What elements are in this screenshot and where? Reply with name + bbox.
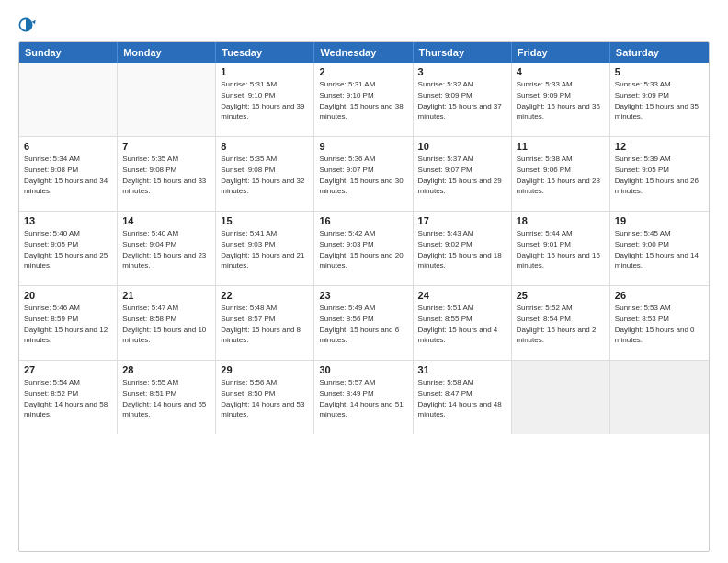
day-number: 6 [24,141,112,152]
calendar-header: SundayMondayTuesdayWednesdayThursdayFrid… [19,42,709,63]
calendar-cell: 21 Sunrise: 5:47 AMSunset: 8:58 PMDaylig… [118,286,216,360]
day-number: 11 [517,141,605,152]
day-number: 8 [221,141,309,152]
calendar-cell: 29 Sunrise: 5:56 AMSunset: 8:50 PMDaylig… [216,361,314,434]
calendar-cell: 8 Sunrise: 5:35 AMSunset: 9:08 PMDayligh… [216,137,314,211]
calendar-cell: 13 Sunrise: 5:40 AMSunset: 9:05 PMDaylig… [19,212,118,285]
header-day-wednesday: Wednesday [314,42,413,63]
header-day-thursday: Thursday [414,42,512,63]
calendar-cell [19,63,118,136]
header-day-sunday: Sunday [19,42,118,63]
cell-info: Sunrise: 5:31 AMSunset: 9:10 PMDaylight:… [221,80,304,121]
calendar-cell: 28 Sunrise: 5:55 AMSunset: 8:51 PMDaylig… [118,361,216,434]
cell-info: Sunrise: 5:51 AMSunset: 8:55 PMDaylight:… [418,304,498,344]
cell-info: Sunrise: 5:43 AMSunset: 9:02 PMDaylight:… [418,229,502,270]
day-number: 20 [24,290,112,301]
cell-info: Sunrise: 5:49 AMSunset: 8:56 PMDaylight:… [319,304,399,344]
calendar-cell: 24 Sunrise: 5:51 AMSunset: 8:55 PMDaylig… [414,286,512,360]
day-number: 21 [122,290,210,301]
cell-info: Sunrise: 5:42 AMSunset: 9:03 PMDaylight:… [319,229,403,270]
calendar-cell [118,63,216,136]
calendar-cell: 27 Sunrise: 5:54 AMSunset: 8:52 PMDaylig… [19,361,118,434]
calendar-cell: 5 Sunrise: 5:33 AMSunset: 9:09 PMDayligh… [610,63,709,136]
cell-info: Sunrise: 5:36 AMSunset: 9:07 PMDaylight:… [319,155,403,195]
day-number: 16 [319,215,407,226]
logo-icon [18,16,37,34]
day-number: 4 [517,66,605,77]
cell-info: Sunrise: 5:53 AMSunset: 8:53 PMDaylight:… [615,304,695,344]
cell-info: Sunrise: 5:44 AMSunset: 9:01 PMDaylight:… [517,229,600,270]
cell-info: Sunrise: 5:52 AMSunset: 8:54 PMDaylight:… [517,304,597,344]
day-number: 30 [319,364,407,375]
calendar-cell: 31 Sunrise: 5:58 AMSunset: 8:47 PMDaylig… [414,361,512,434]
calendar-cell: 22 Sunrise: 5:48 AMSunset: 8:57 PMDaylig… [216,286,314,360]
cell-info: Sunrise: 5:56 AMSunset: 8:50 PMDaylight:… [221,378,304,419]
day-number: 2 [319,66,407,77]
calendar-cell: 1 Sunrise: 5:31 AMSunset: 9:10 PMDayligh… [216,63,314,136]
cell-info: Sunrise: 5:32 AMSunset: 9:09 PMDaylight:… [418,80,502,121]
calendar: SundayMondayTuesdayWednesdayThursdayFrid… [18,41,710,552]
cell-info: Sunrise: 5:55 AMSunset: 8:51 PMDaylight:… [122,378,206,419]
cell-info: Sunrise: 5:35 AMSunset: 9:08 PMDaylight:… [221,155,304,195]
cell-info: Sunrise: 5:33 AMSunset: 9:09 PMDaylight:… [615,80,699,121]
calendar-cell: 3 Sunrise: 5:32 AMSunset: 9:09 PMDayligh… [414,63,512,136]
cell-info: Sunrise: 5:48 AMSunset: 8:57 PMDaylight:… [221,304,301,344]
calendar-cell: 6 Sunrise: 5:34 AMSunset: 9:08 PMDayligh… [19,137,118,211]
header-day-tuesday: Tuesday [216,42,314,63]
calendar-cell: 19 Sunrise: 5:45 AMSunset: 9:00 PMDaylig… [610,212,709,285]
day-number: 19 [615,215,704,226]
cell-info: Sunrise: 5:45 AMSunset: 9:00 PMDaylight:… [615,229,699,270]
logo [18,15,40,34]
day-number: 5 [615,66,704,77]
day-number: 24 [418,290,506,301]
cell-info: Sunrise: 5:47 AMSunset: 8:58 PMDaylight:… [122,304,206,344]
calendar-cell: 26 Sunrise: 5:53 AMSunset: 8:53 PMDaylig… [610,286,709,360]
day-number: 29 [221,364,309,375]
calendar-week-4: 20 Sunrise: 5:46 AMSunset: 8:59 PMDaylig… [19,286,709,361]
calendar-cell: 30 Sunrise: 5:57 AMSunset: 8:49 PMDaylig… [314,361,413,434]
day-number: 31 [418,364,506,375]
calendar-cell: 14 Sunrise: 5:40 AMSunset: 9:04 PMDaylig… [118,212,216,285]
calendar-cell: 20 Sunrise: 5:46 AMSunset: 8:59 PMDaylig… [19,286,118,360]
day-number: 13 [24,215,112,226]
cell-info: Sunrise: 5:33 AMSunset: 9:09 PMDaylight:… [517,80,600,121]
cell-info: Sunrise: 5:54 AMSunset: 8:52 PMDaylight:… [24,378,108,419]
cell-info: Sunrise: 5:37 AMSunset: 9:07 PMDaylight:… [418,155,502,195]
calendar-cell: 12 Sunrise: 5:39 AMSunset: 9:05 PMDaylig… [610,137,709,211]
cell-info: Sunrise: 5:40 AMSunset: 9:04 PMDaylight:… [122,229,206,270]
day-number: 10 [418,141,506,152]
calendar-week-1: 1 Sunrise: 5:31 AMSunset: 9:10 PMDayligh… [19,63,709,137]
calendar-cell: 16 Sunrise: 5:42 AMSunset: 9:03 PMDaylig… [314,212,413,285]
day-number: 27 [24,364,112,375]
calendar-cell: 9 Sunrise: 5:36 AMSunset: 9:07 PMDayligh… [314,137,413,211]
day-number: 23 [319,290,407,301]
calendar-cell: 11 Sunrise: 5:38 AMSunset: 9:06 PMDaylig… [512,137,610,211]
calendar-cell [610,361,709,434]
calendar-week-2: 6 Sunrise: 5:34 AMSunset: 9:08 PMDayligh… [19,137,709,212]
cell-info: Sunrise: 5:39 AMSunset: 9:05 PMDaylight:… [615,155,699,195]
header-day-monday: Monday [118,42,216,63]
header [18,15,710,34]
cell-info: Sunrise: 5:58 AMSunset: 8:47 PMDaylight:… [418,378,502,419]
cell-info: Sunrise: 5:34 AMSunset: 9:08 PMDaylight:… [24,155,108,195]
header-day-saturday: Saturday [610,42,709,63]
page: SundayMondayTuesdayWednesdayThursdayFrid… [0,0,728,563]
day-number: 9 [319,141,407,152]
calendar-cell: 4 Sunrise: 5:33 AMSunset: 9:09 PMDayligh… [512,63,610,136]
calendar-cell: 10 Sunrise: 5:37 AMSunset: 9:07 PMDaylig… [414,137,512,211]
day-number: 17 [418,215,506,226]
day-number: 3 [418,66,506,77]
calendar-week-3: 13 Sunrise: 5:40 AMSunset: 9:05 PMDaylig… [19,212,709,286]
calendar-cell: 2 Sunrise: 5:31 AMSunset: 9:10 PMDayligh… [314,63,413,136]
day-number: 18 [517,215,605,226]
cell-info: Sunrise: 5:41 AMSunset: 9:03 PMDaylight:… [221,229,304,270]
day-number: 7 [122,141,210,152]
day-number: 14 [122,215,210,226]
day-number: 1 [221,66,309,77]
calendar-cell: 17 Sunrise: 5:43 AMSunset: 9:02 PMDaylig… [414,212,512,285]
cell-info: Sunrise: 5:40 AMSunset: 9:05 PMDaylight:… [24,229,108,270]
calendar-cell: 25 Sunrise: 5:52 AMSunset: 8:54 PMDaylig… [512,286,610,360]
day-number: 25 [517,290,605,301]
calendar-cell: 15 Sunrise: 5:41 AMSunset: 9:03 PMDaylig… [216,212,314,285]
cell-info: Sunrise: 5:31 AMSunset: 9:10 PMDaylight:… [319,80,403,121]
